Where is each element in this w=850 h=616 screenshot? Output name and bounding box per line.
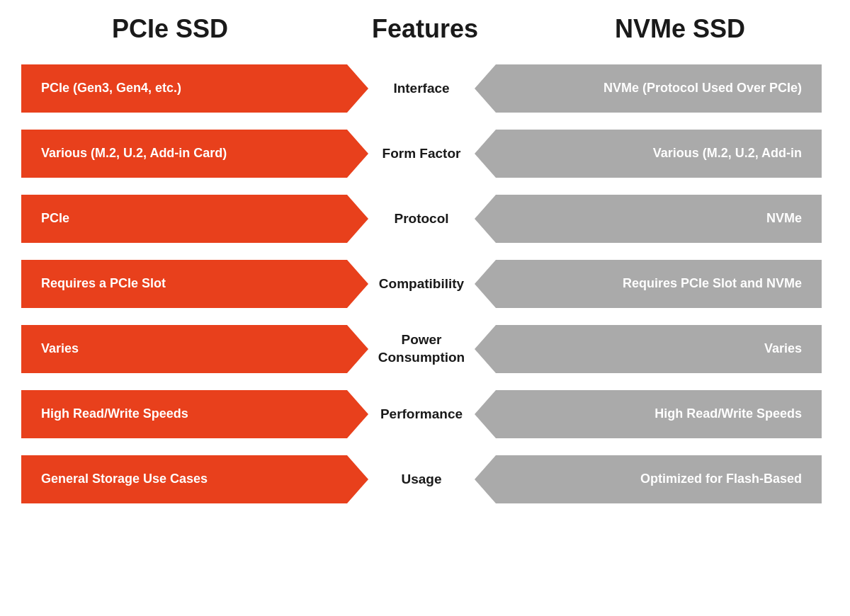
compare-row: PCIeProtocolNVMe	[21, 190, 829, 248]
feature-label-2: Protocol	[347, 211, 496, 227]
comparison-table: PCIe (Gen3, Gen4, etc.)InterfaceNVMe (Pr…	[21, 59, 829, 508]
feature-label-0: Interface	[347, 81, 496, 97]
left-value-2: PCIe	[41, 211, 69, 227]
right-arrow-4: Varies	[496, 325, 822, 373]
feature-label-5: Performance	[347, 406, 496, 423]
compare-row: Various (M.2, U.2, Add-in Card)Form Fact…	[21, 125, 829, 183]
left-value-6: General Storage Use Cases	[41, 472, 208, 487]
left-arrow-5: High Read/Write Speeds	[21, 390, 347, 438]
left-arrow-1: Various (M.2, U.2, Add-in Card)	[21, 130, 347, 178]
left-value-4: Varies	[41, 341, 79, 357]
right-arrow-6: Optimized for Flash-Based	[496, 455, 822, 503]
compare-row: High Read/Write SpeedsPerformanceHigh Re…	[21, 385, 829, 443]
compare-row: PCIe (Gen3, Gen4, etc.)InterfaceNVMe (Pr…	[21, 59, 829, 118]
left-arrow-6: General Storage Use Cases	[21, 455, 347, 503]
feature-label-4: PowerConsumption	[347, 331, 496, 366]
features-title: Features	[372, 14, 478, 43]
page: PCIe SSD Features NVMe SSD PCIe (Gen3, G…	[0, 0, 850, 616]
nvme-ssd-header: NVMe SSD	[545, 14, 815, 44]
right-arrow-1: Various (M.2, U.2, Add-in	[496, 130, 822, 178]
right-value-1: Various (M.2, U.2, Add-in	[653, 146, 802, 161]
right-value-2: NVMe	[766, 211, 802, 227]
pcie-ssd-title: PCIe SSD	[112, 14, 228, 43]
left-arrow-0: PCIe (Gen3, Gen4, etc.)	[21, 64, 347, 113]
feature-label-6: Usage	[347, 472, 496, 488]
pcie-ssd-header: PCIe SSD	[35, 14, 305, 44]
nvme-ssd-title: NVMe SSD	[615, 14, 745, 43]
features-header: Features	[347, 14, 503, 44]
left-arrow-2: PCIe	[21, 195, 347, 243]
right-arrow-5: High Read/Write Speeds	[496, 390, 822, 438]
compare-row: VariesPowerConsumptionVaries	[21, 320, 829, 378]
left-value-0: PCIe (Gen3, Gen4, etc.)	[41, 81, 181, 96]
left-arrow-3: Requires a PCIe Slot	[21, 260, 347, 308]
left-arrow-4: Varies	[21, 325, 347, 373]
left-value-3: Requires a PCIe Slot	[41, 276, 166, 292]
compare-row: General Storage Use CasesUsageOptimized …	[21, 450, 829, 508]
right-value-0: NVMe (Protocol Used Over PCIe)	[604, 81, 802, 96]
header: PCIe SSD Features NVMe SSD	[21, 14, 829, 44]
right-arrow-3: Requires PCIe Slot and NVMe	[496, 260, 822, 308]
right-value-3: Requires PCIe Slot and NVMe	[623, 276, 802, 292]
right-arrow-2: NVMe	[496, 195, 822, 243]
left-value-5: High Read/Write Speeds	[41, 406, 188, 422]
left-value-1: Various (M.2, U.2, Add-in Card)	[41, 146, 227, 161]
feature-label-1: Form Factor	[347, 146, 496, 162]
right-value-6: Optimized for Flash-Based	[640, 472, 802, 487]
feature-label-3: Compatibility	[347, 276, 496, 292]
compare-row: Requires a PCIe SlotCompatibilityRequire…	[21, 255, 829, 313]
right-value-5: High Read/Write Speeds	[654, 406, 802, 422]
right-value-4: Varies	[764, 341, 802, 357]
right-arrow-0: NVMe (Protocol Used Over PCIe)	[496, 64, 822, 113]
